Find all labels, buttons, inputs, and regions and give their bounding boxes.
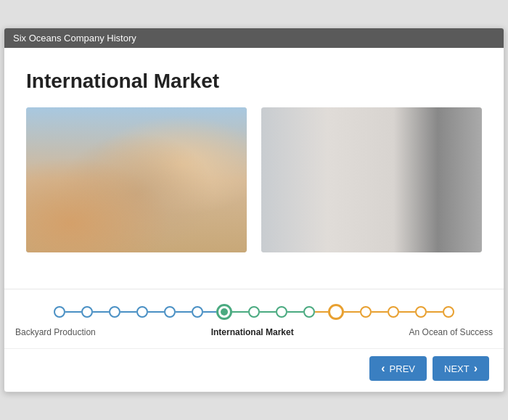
next-button[interactable]: NEXT: [433, 356, 489, 381]
svg-rect-0: [28, 107, 245, 252]
svg-rect-34: [386, 142, 408, 186]
segment-international: [216, 304, 315, 320]
line-b2: [93, 311, 109, 313]
svg-rect-49: [263, 184, 375, 187]
svg-point-39: [440, 120, 456, 138]
svg-point-12: [127, 152, 153, 167]
line-b5: [176, 311, 192, 313]
svg-rect-47: [263, 213, 480, 252]
label-international: International Market: [211, 327, 294, 337]
svg-rect-2: [28, 202, 245, 252]
svg-rect-45: [468, 128, 474, 158]
next-chevron-icon: [474, 362, 478, 375]
label-ocean: An Ocean of Success: [409, 327, 493, 337]
line-o3: [399, 311, 415, 313]
next-label: NEXT: [444, 363, 470, 374]
segment-ocean: [328, 304, 454, 320]
prev-button[interactable]: PREV: [369, 356, 427, 381]
node-active: [216, 304, 232, 320]
line-g1: [232, 311, 248, 313]
svg-rect-41: [438, 141, 445, 173]
svg-rect-36: [401, 145, 409, 181]
svg-rect-32: [344, 131, 359, 172]
svg-point-10: [90, 164, 103, 174]
images-row: [26, 107, 482, 252]
svg-point-9: [67, 163, 82, 175]
prev-chevron-icon: [381, 362, 385, 375]
node-g3: [276, 306, 287, 318]
svg-rect-21: [33, 133, 52, 147]
node-o1: [328, 304, 344, 320]
svg-rect-42: [452, 141, 459, 173]
svg-rect-44: [460, 128, 466, 157]
line-b4: [148, 311, 164, 313]
svg-rect-19: [33, 117, 55, 131]
svg-rect-30: [315, 131, 328, 171]
svg-rect-29: [299, 131, 314, 175]
svg-rect-22: [53, 133, 80, 147]
svg-point-52: [304, 178, 330, 188]
svg-rect-23: [33, 149, 80, 178]
node-b4: [136, 306, 148, 318]
photo1-svg: [26, 107, 247, 252]
svg-point-14: [179, 150, 203, 163]
content-area: International Market: [4, 48, 504, 289]
node-g2: [248, 306, 260, 318]
svg-rect-46: [476, 128, 480, 155]
line-transition1: [203, 311, 216, 313]
footer-row: PREV NEXT: [4, 348, 504, 392]
svg-point-8: [71, 157, 100, 174]
line-o1: [344, 311, 360, 313]
timeline-area: Backyard Production International Market…: [4, 289, 504, 348]
svg-rect-27: [270, 131, 283, 171]
svg-rect-20: [57, 117, 80, 131]
svg-rect-6: [115, 204, 158, 240]
svg-point-13: [180, 153, 202, 178]
node-b5: [164, 306, 176, 318]
window-title: Six Oceans Company History: [13, 33, 136, 44]
node-o2: [360, 306, 372, 318]
svg-rect-53: [308, 178, 324, 184]
node-o3: [388, 306, 399, 318]
slide-title: International Market: [26, 70, 482, 93]
svg-rect-40: [439, 138, 457, 178]
line-b3: [120, 311, 136, 313]
node-b3: [109, 306, 120, 318]
svg-rect-43: [459, 125, 479, 128]
svg-rect-28: [284, 131, 298, 173]
timeline-track: [12, 304, 496, 320]
svg-point-50: [270, 177, 299, 189]
node-o5: [443, 306, 454, 318]
line-o2: [372, 311, 388, 313]
line-g3: [287, 311, 303, 313]
svg-rect-3: [42, 200, 231, 207]
svg-rect-55: [340, 178, 356, 184]
node-b2: [81, 306, 93, 318]
svg-point-33: [388, 123, 406, 143]
node-o4: [415, 306, 427, 318]
photo-retail-store: [261, 107, 482, 252]
svg-rect-24: [263, 107, 480, 252]
app-window: Six Oceans Company History International…: [4, 28, 504, 392]
node-b1: [54, 306, 65, 318]
photo2-svg: [261, 107, 482, 252]
line-g2: [260, 311, 276, 313]
svg-rect-26: [266, 129, 368, 131]
segment-backyard: [54, 306, 203, 318]
title-bar: Six Oceans Company History: [4, 28, 504, 48]
line-o4: [427, 311, 443, 313]
line-transition2: [315, 311, 328, 313]
svg-point-7: [73, 162, 99, 191]
svg-rect-51: [276, 177, 293, 184]
timeline-labels: Backyard Production International Market…: [12, 327, 496, 337]
node-b6: [192, 306, 203, 318]
svg-rect-31: [329, 131, 343, 173]
svg-rect-38: [379, 184, 415, 187]
svg-rect-4: [49, 203, 107, 243]
svg-rect-35: [385, 145, 393, 181]
svg-rect-5: [64, 205, 115, 238]
prev-label: PREV: [390, 363, 415, 374]
svg-rect-48: [263, 186, 375, 215]
line-b1: [65, 311, 81, 313]
svg-point-54: [335, 178, 361, 188]
